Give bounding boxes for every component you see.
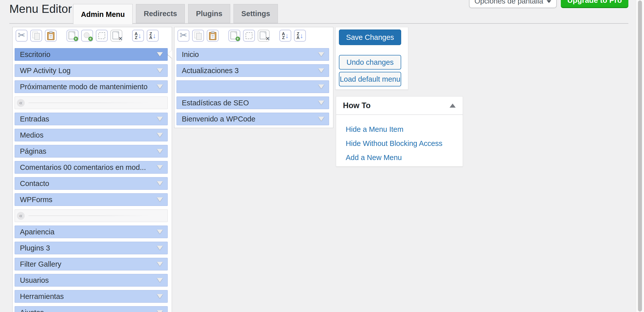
upgrade-to-pro-button[interactable]: Upgrade to Pro xyxy=(561,0,628,8)
toolbar-button-cut[interactable]: ✂ xyxy=(178,30,189,42)
expand-triangle-icon[interactable] xyxy=(157,294,163,298)
menu-item-label: Filter Gallery xyxy=(20,258,61,270)
delete-icon: × xyxy=(112,32,121,40)
menu-item-label: Contacto xyxy=(20,177,49,190)
toolbar-button-new-item[interactable]: + xyxy=(67,30,78,42)
how-to-link[interactable]: Add a New Menu xyxy=(346,153,463,162)
expand-triangle-icon[interactable] xyxy=(157,246,163,250)
menu-item-row[interactable]: Páginas xyxy=(15,145,168,158)
toolbar-button-paste[interactable] xyxy=(207,30,219,42)
undo-changes-button[interactable]: Undo changes xyxy=(339,55,401,70)
expand-triangle-icon[interactable] xyxy=(157,278,163,282)
menu-item-row[interactable]: WP Activity Log xyxy=(15,64,168,77)
menu-separator-row[interactable]: « xyxy=(15,209,168,222)
toolbar-button-sort-descending[interactable]: ZA↓ xyxy=(294,30,306,42)
menu-item-label: Actualizaciones 3 xyxy=(182,65,239,77)
menu-item-label: Medios xyxy=(20,129,44,141)
menu-item-row[interactable]: Plugins 3 xyxy=(15,242,168,254)
expand-triangle-icon[interactable] xyxy=(157,52,163,56)
selected-item-marker-icon xyxy=(167,50,172,58)
menu-item-row[interactable]: Bienvenido a WPCode xyxy=(177,113,329,125)
menu-item-row[interactable]: Próximamente modo de mantenimiento xyxy=(15,80,168,93)
menu-item-label: Estadísticas de SEO xyxy=(182,97,249,109)
toolbar-button-paste[interactable] xyxy=(45,30,57,42)
menu-item-row[interactable]: Apariencia xyxy=(15,226,168,238)
paste-icon xyxy=(209,31,217,40)
sort-az-icon: AZ↓ xyxy=(282,32,289,40)
toolbar-button-sort-ascending[interactable]: AZ↓ xyxy=(279,30,291,42)
copy-icon xyxy=(32,32,40,40)
expand-triangle-icon[interactable] xyxy=(157,310,163,312)
toolbar-button-sort-ascending[interactable]: AZ↓ xyxy=(132,30,144,42)
menu-item-row[interactable]: WPForms xyxy=(15,193,168,206)
tab-plugins[interactable]: Plugins xyxy=(188,4,230,23)
toolbar-button-cut[interactable]: ✂ xyxy=(16,30,27,42)
menu-item-row[interactable]: Medios xyxy=(15,129,168,141)
submenu-toolbar: ✂+×AZ↓ZA↓ xyxy=(178,30,333,42)
collapse-arrow-icon[interactable] xyxy=(450,104,456,108)
toggle-all-icon xyxy=(246,32,252,39)
expand-triangle-icon[interactable] xyxy=(318,68,324,73)
menu-item-row[interactable]: Ajustes xyxy=(15,306,168,312)
cut-icon: ✂ xyxy=(180,31,187,40)
tab-admin-menu[interactable]: Admin Menu xyxy=(73,4,133,24)
menu-separator-row[interactable]: « xyxy=(15,97,168,109)
expand-triangle-icon[interactable] xyxy=(157,149,163,153)
expand-triangle-icon[interactable] xyxy=(157,197,163,202)
copy-icon xyxy=(194,32,202,40)
menu-item-row[interactable]: Estadísticas de SEO xyxy=(177,97,329,109)
menu-item-row[interactable]: Actualizaciones 3 xyxy=(177,64,329,77)
toolbar-button-copy[interactable] xyxy=(30,30,42,42)
expand-triangle-icon[interactable] xyxy=(318,52,324,56)
toolbar-button-sort-descending[interactable]: ZA↓ xyxy=(147,30,159,42)
menu-item-label: Plugins 3 xyxy=(20,242,50,254)
expand-triangle-icon[interactable] xyxy=(318,101,324,105)
scrollbar-track[interactable] xyxy=(636,0,644,312)
menu-item-row[interactable]: Herramientas xyxy=(15,290,168,303)
expand-triangle-icon[interactable] xyxy=(157,230,163,234)
toolbar-button-copy[interactable] xyxy=(192,30,204,42)
menu-item-row[interactable]: Filter Gallery xyxy=(15,258,168,270)
expand-triangle-icon[interactable] xyxy=(157,181,163,185)
menu-item-row[interactable] xyxy=(177,80,329,93)
how-to-link[interactable]: Hide Without Blocking Access xyxy=(346,139,463,148)
menu-item-row[interactable]: Contacto xyxy=(15,177,168,190)
main-menu-panel: ✂++×AZ↓ZA↓ EscritorioWP Activity LogPróx… xyxy=(12,27,172,312)
menu-item-row[interactable]: Comentarios 00 comentarios en mod... xyxy=(15,161,168,174)
tab-settings[interactable]: Settings xyxy=(233,4,278,23)
sort-za-icon: ZA↓ xyxy=(149,32,156,40)
menu-item-label: WP Activity Log xyxy=(20,65,71,77)
tab-redirects[interactable]: Redirects xyxy=(136,4,185,23)
separator-knob-icon: « xyxy=(17,212,25,220)
toolbar-button-delete[interactable]: × xyxy=(258,30,270,42)
menu-item-label: Apariencia xyxy=(20,226,54,238)
how-to-link[interactable]: Hide a Menu Item xyxy=(346,125,463,134)
expand-triangle-icon[interactable] xyxy=(318,117,324,121)
save-changes-button[interactable]: Save Changes xyxy=(339,29,401,45)
expand-triangle-icon[interactable] xyxy=(157,68,163,73)
expand-triangle-icon[interactable] xyxy=(157,262,163,266)
expand-triangle-icon[interactable] xyxy=(318,84,324,89)
toolbar-button-new-item[interactable]: + xyxy=(228,30,240,42)
toolbar-button-new-separator[interactable]: + xyxy=(81,30,93,42)
expand-triangle-icon[interactable] xyxy=(157,84,163,89)
expand-triangle-icon[interactable] xyxy=(157,117,163,121)
screen-options-button[interactable]: Opciones de pantalla xyxy=(469,0,557,8)
toolbar-button-toggle-all[interactable] xyxy=(243,30,255,42)
menu-item-row[interactable]: Usuarios xyxy=(15,274,168,287)
scrollbar-thumb[interactable] xyxy=(638,1,642,311)
menu-item-row[interactable]: Inicio xyxy=(177,48,329,61)
expand-triangle-icon[interactable] xyxy=(157,165,163,169)
menu-item-label: Comentarios 00 comentarios en mod... xyxy=(20,161,146,173)
submenu-list: InicioActualizaciones 3Estadísticas de S… xyxy=(177,48,329,125)
menu-item-label: Ajustes xyxy=(20,306,44,312)
toolbar-button-toggle-all[interactable] xyxy=(96,30,108,42)
load-default-menu-button[interactable]: Load default menu xyxy=(339,72,401,86)
menu-item-row[interactable]: Escritorio xyxy=(15,48,168,61)
menu-item-row[interactable]: Entradas xyxy=(15,113,168,125)
toolbar-button-delete[interactable]: × xyxy=(110,30,122,42)
main-menu-list: EscritorioWP Activity LogPróximamente mo… xyxy=(15,48,168,312)
how-to-title: How To xyxy=(343,97,371,115)
cut-icon: ✂ xyxy=(18,31,25,40)
expand-triangle-icon[interactable] xyxy=(157,133,163,137)
